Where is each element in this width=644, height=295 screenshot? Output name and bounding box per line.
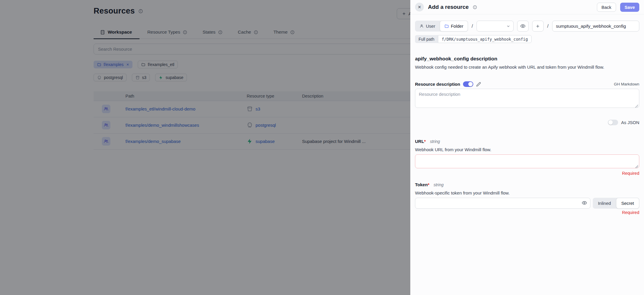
- url-field-label: URL*: [415, 139, 426, 144]
- token-field-label: Token*: [415, 182, 429, 187]
- full-path-label: Full path: [415, 35, 438, 43]
- full-path-value: f/DRK/sumptuous_apify_webhook_config: [438, 35, 532, 43]
- pencil-icon[interactable]: [476, 82, 481, 87]
- description-textarea[interactable]: [415, 89, 639, 108]
- token-required-error: Required: [415, 210, 639, 215]
- inlined-option[interactable]: Inlined: [593, 198, 616, 209]
- required-asterisk: *: [428, 182, 429, 187]
- schema-description: Webhook config needed to create an Apify…: [415, 65, 639, 70]
- add-resource-drawer: ✕ Add a resource Back Save User Folder /: [410, 0, 644, 295]
- back-button[interactable]: Back: [597, 3, 616, 12]
- token-field-type: string: [434, 182, 444, 187]
- schema-title: apify_webhook_config description: [415, 56, 639, 62]
- chevron-down-icon: [506, 24, 510, 28]
- as-json-label: As JSON: [621, 120, 639, 125]
- folder-select[interactable]: [477, 21, 514, 32]
- eye-icon[interactable]: [582, 200, 587, 205]
- eye-icon: [520, 24, 525, 29]
- save-button[interactable]: Save: [620, 3, 639, 12]
- secret-option[interactable]: Secret: [616, 198, 639, 209]
- info-icon: [473, 5, 477, 9]
- as-json-toggle[interactable]: [608, 120, 618, 125]
- path-separator: /: [472, 23, 473, 29]
- owner-folder-option[interactable]: Folder: [440, 21, 468, 32]
- gh-markdown-label: GH Markdown: [614, 82, 639, 86]
- token-field-help: Webhook-specific token from your Windmil…: [415, 190, 639, 195]
- user-icon: [419, 24, 424, 28]
- url-required-error: Required: [415, 171, 639, 176]
- plus-icon: [535, 24, 540, 29]
- drawer-title: Add a resource: [428, 4, 469, 10]
- drawer-header: ✕ Add a resource Back Save: [410, 0, 644, 14]
- description-toggle[interactable]: [463, 81, 473, 87]
- url-field-help: Webhook URL from your Windmill flow.: [415, 147, 639, 152]
- url-field-type: string: [430, 139, 440, 144]
- token-input[interactable]: [415, 198, 590, 209]
- description-label: Resource description: [415, 82, 460, 87]
- path-separator: /: [547, 23, 549, 29]
- add-folder-button[interactable]: [532, 21, 544, 32]
- owner-kind-toggle: User Folder: [415, 21, 468, 32]
- resource-name-input[interactable]: [552, 21, 639, 32]
- close-icon[interactable]: ✕: [415, 3, 424, 11]
- url-input[interactable]: [415, 154, 639, 168]
- view-folder-button[interactable]: [517, 21, 529, 32]
- required-asterisk: *: [424, 139, 426, 144]
- owner-user-option[interactable]: User: [415, 21, 440, 32]
- folder-icon: [444, 24, 449, 28]
- secret-mode-toggle: Inlined Secret: [593, 198, 639, 209]
